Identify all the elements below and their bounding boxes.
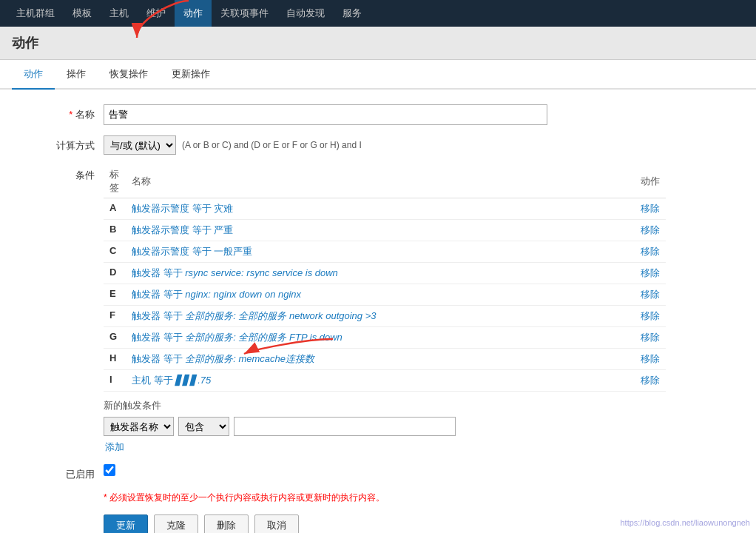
page-title-bar: 动作 (0, 27, 756, 60)
remove-condition-link[interactable]: 移除 (641, 203, 660, 214)
table-row: H触发器 等于 全部的服务: memcache连接数移除 (104, 349, 666, 370)
condition-action: 移除 (621, 284, 666, 306)
nav-item-hosts-group[interactable]: 主机群组 (7, 0, 64, 27)
remove-condition-link[interactable]: 移除 (641, 267, 660, 278)
condition-action: 移除 (621, 220, 666, 241)
top-nav: 主机群组 模板 主机 维护 动作 关联项事件 自动发现 服务 (0, 0, 756, 27)
add-link-wrapper: 添加 (104, 440, 666, 454)
condition-label: H (104, 349, 126, 370)
calc-row: 计算方式 与/或 (默认) 与 或 自定义 (A or B or C) and … (15, 135, 741, 155)
condition-name: 触发器示警度 等于 灾难 (126, 198, 621, 220)
trigger-type-select[interactable]: 触发器名称 触发器 主机 主机群组 (104, 417, 174, 436)
table-row: D触发器 等于 rsync service: rsync service is … (104, 263, 666, 284)
nav-item-services[interactable]: 服务 (334, 0, 371, 27)
warning-text: * 必须设置恢复时的至少一个执行内容或执行内容或更新时的执行内容。 (104, 492, 741, 504)
nav-item-maintenance[interactable]: 维护 (138, 0, 175, 27)
name-row: * 名称 (15, 104, 741, 125)
condition-label: E (104, 284, 126, 306)
name-label: * 名称 (15, 104, 104, 121)
condition-name: 触发器示警度 等于 严重 (126, 220, 621, 241)
condition-name: 触发器 等于 nginx: nginx down on nginx (126, 284, 621, 306)
condition-name: 触发器示警度 等于 一般严重 (126, 241, 621, 263)
condition-label: C (104, 241, 126, 263)
remove-condition-link[interactable]: 移除 (641, 353, 660, 364)
clone-button[interactable]: 克隆 (154, 514, 198, 533)
table-row: I主机 等于 ▋▋▋.75移除 (104, 370, 666, 392)
remove-condition-link[interactable]: 移除 (641, 289, 660, 300)
condition-action: 移除 (621, 349, 666, 370)
name-input-wrapper (104, 104, 547, 125)
condition-name: 主机 等于 ▋▋▋.75 (126, 370, 621, 392)
conditions-table-wrapper: 标签 名称 动作 A触发器示警度 等于 灾难移除B触发器示警度 等于 严重移除C… (104, 165, 666, 454)
table-row: G触发器 等于 全部的服务: 全部的服务 FTP is down移除 (104, 327, 666, 349)
remove-condition-link[interactable]: 移除 (641, 224, 660, 235)
remove-condition-link[interactable]: 移除 (641, 310, 660, 321)
nav-item-templates[interactable]: 模板 (64, 0, 101, 27)
update-button[interactable]: 更新 (104, 514, 148, 533)
form-area: * 名称 计算方式 与/或 (默认) 与 或 自定义 (A or B or C)… (0, 90, 756, 533)
new-trigger-row: 触发器名称 触发器 主机 主机群组 包含 不包含 (104, 417, 666, 436)
condition-label: B (104, 220, 126, 241)
new-trigger-label: 新的触发条件 (104, 399, 666, 412)
condition-label: A (104, 198, 126, 220)
tabs-bar: 动作 操作 恢复操作 更新操作 (0, 60, 756, 90)
conditions-table: 标签 名称 动作 A触发器示警度 等于 灾难移除B触发器示警度 等于 严重移除C… (104, 165, 666, 392)
content-area: 动作 操作 恢复操作 更新操作 * 名称 计算方式 与/或 (默认) 与 或 (0, 60, 756, 533)
col-header-action: 动作 (621, 165, 666, 198)
condition-label: D (104, 263, 126, 284)
table-row: F触发器 等于 全部的服务: 全部的服务 network outgoing >3… (104, 306, 666, 327)
trigger-value-input[interactable] (234, 417, 456, 436)
condition-action: 移除 (621, 263, 666, 284)
nav-item-event-correlation[interactable]: 关联项事件 (212, 0, 277, 27)
condition-name: 触发器 等于 全部的服务: 全部的服务 network outgoing >3 (126, 306, 621, 327)
remove-condition-link[interactable]: 移除 (641, 246, 660, 257)
remove-condition-link[interactable]: 移除 (641, 332, 660, 343)
delete-button[interactable]: 删除 (204, 514, 249, 533)
page-title: 动作 (12, 34, 744, 52)
conditions-row: 条件 标签 名称 动作 A触发器示警度 等于 灾难移除B触发器示警度 等于 严重… (15, 165, 741, 454)
table-row: A触发器示警度 等于 灾难移除 (104, 198, 666, 220)
condition-action: 移除 (621, 241, 666, 263)
name-input[interactable] (104, 104, 547, 125)
condition-name: 触发器 等于 全部的服务: memcache连接数 (126, 349, 621, 370)
col-header-label: 标签 (104, 165, 126, 198)
trigger-filter-select[interactable]: 包含 不包含 (178, 417, 229, 436)
nav-item-discovery[interactable]: 自动发现 (277, 0, 334, 27)
enabled-label: 已启用 (15, 464, 104, 481)
tab-operations[interactable]: 操作 (55, 60, 98, 90)
condition-action: 移除 (621, 198, 666, 220)
calc-select[interactable]: 与/或 (默认) 与 或 自定义 (104, 135, 176, 155)
enabled-row: 已启用 (15, 464, 741, 481)
condition-name: 触发器 等于 rsync service: rsync service is d… (126, 263, 621, 284)
watermark: https://blog.csdn.net/liaowunongneh (620, 518, 750, 527)
calc-input-wrapper: 与/或 (默认) 与 或 自定义 (A or B or C) and (D or… (104, 135, 362, 155)
table-row: C触发器示警度 等于 一般严重移除 (104, 241, 666, 263)
table-row: B触发器示警度 等于 严重移除 (104, 220, 666, 241)
name-required: * (69, 109, 72, 120)
add-trigger-link[interactable]: 添加 (105, 441, 124, 452)
remove-condition-link[interactable]: 移除 (641, 375, 660, 386)
condition-action: 移除 (621, 370, 666, 392)
condition-action: 移除 (621, 306, 666, 327)
condition-action: 移除 (621, 327, 666, 349)
condition-label: G (104, 327, 126, 349)
tab-recovery-operations[interactable]: 恢复操作 (98, 60, 160, 90)
col-header-name: 名称 (126, 165, 621, 198)
condition-label: I (104, 370, 126, 392)
table-row: E触发器 等于 nginx: nginx down on nginx移除 (104, 284, 666, 306)
tab-actions[interactable]: 动作 (12, 60, 55, 90)
conditions-label: 条件 (15, 165, 104, 182)
enabled-checkbox-wrapper (104, 464, 115, 476)
condition-name: 触发器 等于 全部的服务: 全部的服务 FTP is down (126, 327, 621, 349)
tab-update-operations[interactable]: 更新操作 (160, 60, 222, 90)
cancel-button[interactable]: 取消 (254, 514, 299, 533)
new-trigger-section: 新的触发条件 触发器名称 触发器 主机 主机群组 包含 不包含 (104, 399, 666, 454)
condition-label: F (104, 306, 126, 327)
calc-label: 计算方式 (15, 135, 104, 152)
nav-item-actions[interactable]: 动作 (175, 0, 212, 27)
nav-item-hosts[interactable]: 主机 (101, 0, 138, 27)
enabled-checkbox[interactable] (104, 464, 115, 476)
calc-description: (A or B or C) and (D or E or F or G or H… (182, 140, 362, 150)
